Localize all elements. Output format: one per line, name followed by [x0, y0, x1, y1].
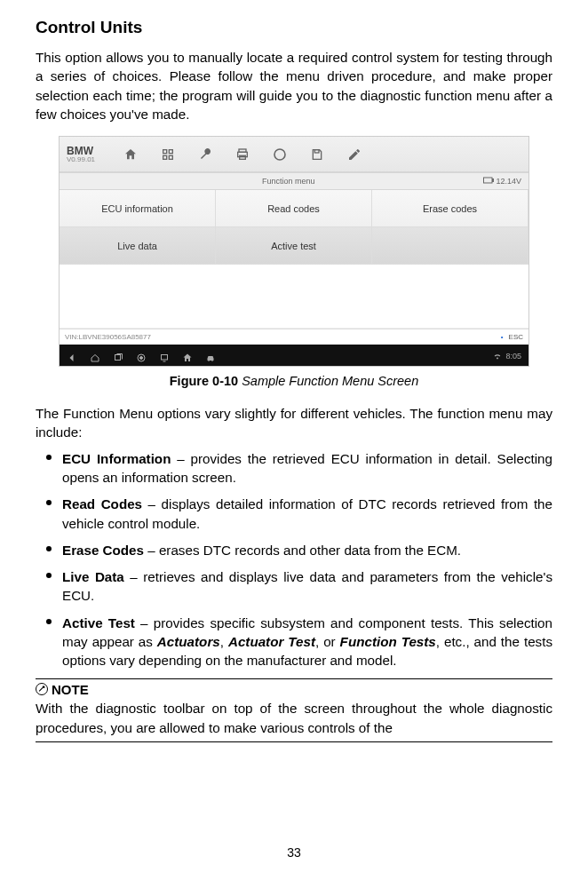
cell-ecu-information[interactable]: ECU information — [60, 190, 216, 227]
diag-home-icon[interactable] — [182, 351, 193, 361]
wrench-icon[interactable] — [198, 147, 212, 162]
function-menu-bar: Function menu 12.14V — [60, 172, 528, 190]
android-navbar: 8:05 — [60, 345, 528, 367]
svg-point-7 — [274, 149, 285, 160]
car-icon[interactable] — [205, 351, 216, 361]
sep: – — [144, 543, 159, 558]
home-icon[interactable] — [123, 147, 138, 162]
vin-label: VIN:LBVNE39056SA85877 — [65, 333, 501, 341]
note-icon — [36, 683, 48, 695]
function-menu-screenshot: BMW V0.99.01 Function menu 12.14V ECU — [59, 136, 529, 367]
brand-text: BMW — [67, 146, 95, 156]
figure-container: BMW V0.99.01 Function menu 12.14V ECU — [36, 136, 552, 367]
cell-empty — [372, 227, 528, 265]
alt-term-3: Function Tests — [340, 634, 436, 649]
item-ecu-information: ECU Information – provides the retrieved… — [36, 449, 552, 488]
status-bar: VIN:LBVNE39056SA85877 • ESC — [60, 329, 528, 345]
help-icon[interactable] — [273, 147, 287, 162]
section-heading: Control Units — [36, 18, 552, 37]
alt-term-1: Actuators — [157, 634, 220, 649]
figure-number: Figure 0-10 — [170, 374, 242, 388]
print-icon[interactable] — [235, 147, 250, 162]
figure-caption: Figure 0-10 Sample Function Menu Screen — [36, 374, 552, 388]
cell-live-data[interactable]: Live data — [60, 227, 216, 265]
desc: erases DTC records and other data from t… — [159, 543, 461, 558]
term: Live Data — [62, 569, 124, 584]
term: Read Codes — [62, 496, 142, 511]
svg-rect-2 — [163, 155, 167, 159]
device-icon[interactable] — [159, 351, 170, 361]
vehicle-brand-label: BMW V0.99.01 — [67, 146, 95, 163]
item-read-codes: Read Codes – displays detailed informati… — [36, 495, 552, 533]
svg-rect-9 — [484, 178, 493, 183]
svg-point-13 — [140, 357, 143, 360]
function-grid: ECU information Read codes Erase codes L… — [60, 190, 528, 265]
brand-version: V0.99.01 — [67, 156, 95, 163]
back-icon[interactable] — [67, 351, 77, 361]
wifi-icon — [493, 353, 502, 360]
item-erase-codes: Erase Codes – erases DTC records and oth… — [36, 541, 552, 559]
comma1: , — [220, 634, 228, 649]
alt-term-2: Actuator Test — [228, 634, 315, 649]
comma2: , or — [315, 634, 340, 649]
edit-icon[interactable] — [347, 147, 362, 162]
toolbar-icons — [123, 147, 521, 162]
function-menu-title: Function menu — [93, 177, 483, 186]
note-title-row: NOTE — [36, 682, 552, 697]
cell-read-codes[interactable]: Read codes — [216, 190, 372, 227]
intro-paragraph: This option allows you to manually locat… — [36, 48, 552, 123]
svg-rect-1 — [169, 149, 172, 153]
svg-rect-11 — [115, 355, 121, 361]
recent-icon[interactable] — [113, 351, 123, 361]
clock-text: 8:05 — [505, 352, 521, 361]
battery-icon — [483, 177, 494, 186]
definition-list: ECU Information – provides the retrieved… — [36, 449, 552, 670]
sep: – — [124, 569, 143, 584]
sep: – — [135, 615, 154, 630]
grid-icon[interactable] — [161, 147, 175, 162]
note-label: NOTE — [52, 682, 89, 697]
save-icon[interactable] — [310, 147, 324, 162]
term: ECU Information — [62, 451, 171, 466]
status-dot-icon: • — [501, 333, 504, 341]
battery-indicator: 12.14V — [483, 177, 521, 186]
item-live-data: Live Data – retrieves and displays live … — [36, 567, 552, 606]
nav-home-icon[interactable] — [90, 351, 100, 361]
battery-value: 12.14V — [496, 177, 521, 186]
term: Erase Codes — [62, 543, 144, 558]
esc-button[interactable]: ESC — [509, 333, 523, 341]
cell-active-test[interactable]: Active test — [216, 227, 372, 265]
browser-icon[interactable] — [136, 351, 147, 361]
svg-rect-8 — [314, 149, 319, 152]
sep: – — [142, 496, 161, 511]
svg-rect-0 — [163, 149, 167, 153]
page-number: 33 — [0, 845, 588, 860]
figure-desc: Sample Function Menu Screen — [242, 374, 418, 388]
note-text: With the diagnostic toolbar on top of th… — [36, 699, 552, 740]
screenshot-blank-area — [60, 265, 528, 329]
svg-rect-3 — [169, 155, 172, 159]
screenshot-toolbar: BMW V0.99.01 — [60, 137, 528, 172]
cell-erase-codes[interactable]: Erase codes — [372, 190, 528, 227]
post-figure-paragraph: The Function Menu options vary slightly … — [36, 404, 552, 442]
svg-rect-14 — [162, 355, 168, 361]
sep: – — [171, 451, 190, 466]
svg-rect-10 — [493, 179, 494, 182]
note-block: NOTE With the diagnostic toolbar on top … — [36, 678, 552, 743]
item-active-test: Active Test – provides specific subsyste… — [36, 614, 552, 670]
term: Active Test — [62, 615, 135, 630]
navbar-time: 8:05 — [493, 352, 521, 361]
